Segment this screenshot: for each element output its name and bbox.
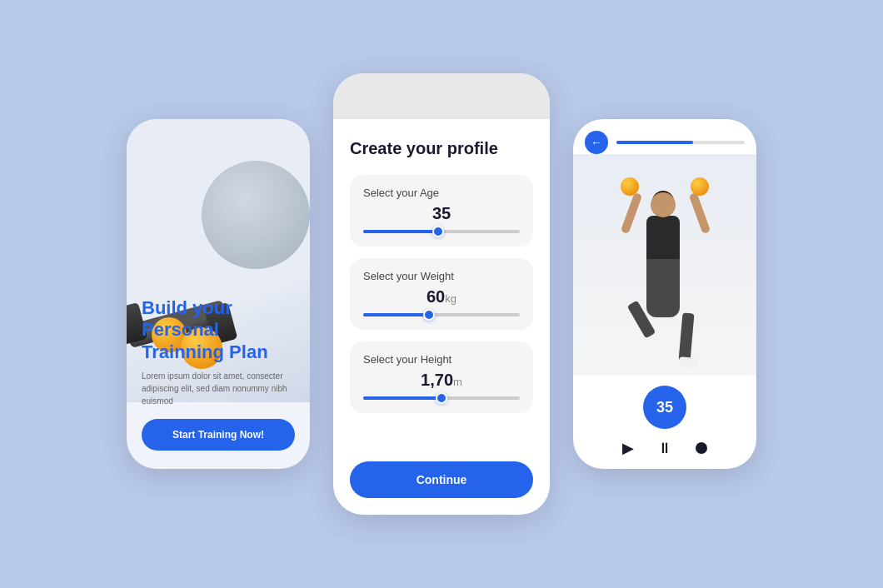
height-value: 1,70m [363,371,520,390]
age-slider-card: Select your Age 35 [350,175,533,247]
woman-torso [646,216,680,266]
woman-shoe [679,356,698,368]
phone-card-1: Build your Personal Trainning Plan Lorem… [127,119,310,469]
height-slider-fill [363,396,442,400]
age-label: Select your Age [363,187,520,199]
age-value: 35 [363,204,520,223]
playback-controls: ▶ ⏸ [622,439,707,457]
workout-video-area [573,154,756,376]
workout-controls: 35 ▶ ⏸ [573,376,756,469]
woman-arm-left [621,192,642,234]
weight-slider-thumb[interactable] [423,309,435,321]
weight-slider-fill [363,313,429,316]
pause-button[interactable]: ⏸ [657,440,672,457]
workout-header: ← [573,119,756,154]
age-slider-thumb[interactable] [432,226,444,237]
weight-slider-track[interactable] [363,313,520,316]
card2-body: Create your profile Select your Age 35 S… [333,119,550,515]
weight-value: 60kg [363,287,520,306]
weight-slider-card: Select your Weight 60kg [350,258,533,330]
height-slider-card: Select your Height 1,70m [350,341,533,413]
woman-arm-right [689,192,711,234]
dumbbell-left [621,177,639,196]
back-button[interactable]: ← [585,131,608,154]
record-button[interactable] [696,442,707,454]
card1-description: Lorem ipsum dolor sit amet, consecter ad… [142,370,295,407]
age-slider-fill [363,230,438,233]
dumbbell-right [691,177,709,196]
card2-top-bar [333,73,550,119]
height-slider-track[interactable] [363,396,520,400]
exercise-ball [202,161,310,269]
workout-progress-fill [616,141,693,144]
woman-pants [646,259,680,317]
woman-leg-standing [678,313,694,362]
phone-card-3: ← 35 [573,119,756,469]
profile-title: Create your profile [350,139,533,158]
card1-title: Build your Personal Trainning Plan [142,297,295,363]
workout-progress-track [616,141,745,144]
woman-head [651,192,676,217]
phone-card-2: Create your profile Select your Age 35 S… [333,73,550,515]
play-button[interactable]: ▶ [622,439,634,457]
card1-text-block: Build your Personal Trainning Plan Lorem… [127,297,310,407]
height-slider-thumb[interactable] [436,392,447,404]
weight-label: Select your Weight [363,270,520,282]
continue-button[interactable]: Continue [350,461,533,498]
age-slider-track[interactable] [363,230,520,233]
start-training-button[interactable]: Start Training Now! [142,419,295,451]
height-label: Select your Height [363,353,520,366]
timer-display: 35 [643,386,686,429]
